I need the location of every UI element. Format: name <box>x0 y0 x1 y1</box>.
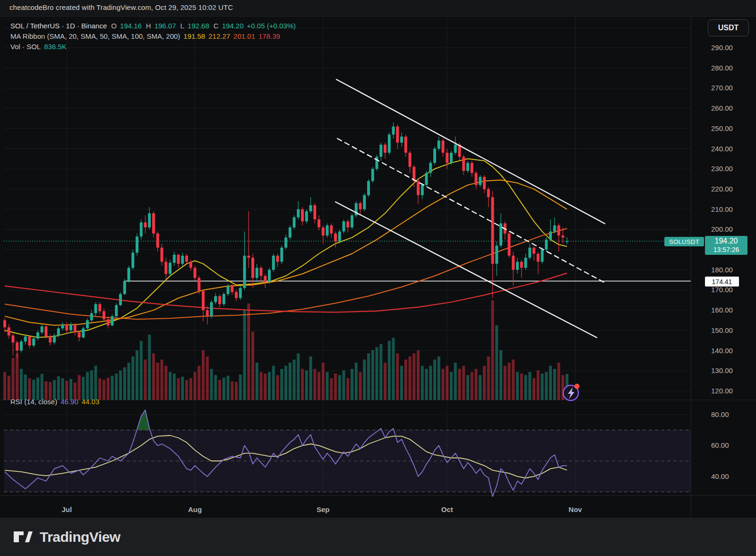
candle <box>379 145 382 157</box>
price-axis-label: 240.00 <box>711 145 733 153</box>
currency-toggle-button[interactable]: USDT <box>708 19 749 36</box>
candle <box>487 189 490 197</box>
candle <box>161 248 163 262</box>
volume-bar <box>32 380 35 400</box>
candle <box>8 327 10 335</box>
volume-bar <box>379 344 382 400</box>
rsi-value: 46.90 <box>60 398 78 406</box>
sma50-value: 212.27 <box>208 32 230 40</box>
volume-bar <box>164 366 167 400</box>
candle <box>32 339 35 346</box>
candle <box>429 163 432 173</box>
price-axis-label: 120.00 <box>711 387 733 395</box>
candle <box>351 215 353 227</box>
volume-bar <box>256 363 258 400</box>
volume-bar <box>429 366 432 400</box>
candle <box>438 140 440 148</box>
candle <box>400 137 403 143</box>
candle <box>223 294 225 304</box>
candle <box>466 163 469 171</box>
volume-bar <box>206 356 209 400</box>
symbol-legend-row[interactable]: SOL / TetherUS · 1D · Binance O 194.16 H… <box>10 22 296 30</box>
volume-bar <box>210 369 213 400</box>
candle <box>318 219 320 227</box>
high-value: 196.07 <box>155 22 176 30</box>
volume-bar <box>20 369 23 400</box>
candle <box>86 320 89 328</box>
high-label: H <box>146 22 151 30</box>
candle <box>508 234 511 256</box>
candle <box>214 296 217 302</box>
candle <box>111 316 114 325</box>
candle <box>450 153 453 163</box>
volume-bar <box>36 378 39 400</box>
candle <box>181 256 184 264</box>
volume-bar <box>384 363 387 400</box>
candle <box>12 335 15 342</box>
volume-bar <box>16 353 18 400</box>
volume-bar <box>446 366 448 400</box>
volume-bar <box>90 371 93 400</box>
volume-bar <box>115 374 118 400</box>
candle <box>210 302 213 316</box>
candle <box>45 326 48 336</box>
candle <box>78 332 81 338</box>
candle <box>90 313 93 321</box>
time-axis-label: Sep <box>317 505 330 513</box>
rsi-legend-row[interactable]: RSI (14, close) 46.90 44.03 <box>10 398 99 406</box>
candle <box>227 286 230 294</box>
candle <box>367 181 370 195</box>
candle <box>384 145 387 153</box>
volume-bar <box>326 372 329 400</box>
volume-bar <box>462 366 465 400</box>
candle <box>409 153 412 167</box>
price-axis-label: 280.00 <box>711 64 733 72</box>
volume-bar <box>123 367 126 400</box>
candle <box>512 256 515 270</box>
volume-bar <box>425 369 428 400</box>
volume-bar <box>499 350 502 400</box>
low-value: 192.68 <box>188 22 209 30</box>
candle <box>537 254 540 262</box>
candle <box>49 337 52 343</box>
candle <box>280 248 283 262</box>
candle <box>260 268 263 276</box>
candle <box>144 222 147 227</box>
candle <box>338 232 341 242</box>
volume-bar <box>181 377 184 400</box>
tradingview-brand-text: TradingView <box>40 529 120 545</box>
candle <box>553 226 556 232</box>
chart-canvas[interactable]: JulAugSepOctNov290.00280.00270.00260.002… <box>0 0 756 556</box>
volume-bar <box>338 375 341 400</box>
candle <box>98 304 101 311</box>
candle <box>454 145 457 153</box>
volume-bar <box>65 381 68 400</box>
candle <box>516 262 519 270</box>
volume-bar <box>309 356 312 400</box>
volume-bar <box>69 379 72 400</box>
candle <box>239 288 242 298</box>
volume-bar <box>367 353 370 400</box>
candle <box>20 341 23 350</box>
ma-ribbon-legend-row[interactable]: MA Ribbon (SMA, 20, SMA, 50, SMA, 100, S… <box>10 32 280 40</box>
symbol-title[interactable]: SOL / TetherUS · 1D · Binance <box>10 22 107 30</box>
ma-ribbon-label: MA Ribbon (SMA, 20, SMA, 50, SMA, 100, S… <box>10 32 180 40</box>
volume-label: Vol · SOL <box>10 43 41 51</box>
volume-bar <box>346 378 349 400</box>
volume-bar <box>202 350 205 400</box>
candle <box>268 270 271 282</box>
volume-legend-row[interactable]: Vol · SOL 836.5K <box>10 43 67 51</box>
volume-bar <box>82 377 85 400</box>
open-label: O <box>111 22 117 30</box>
time-axis-label: Nov <box>568 505 582 513</box>
candle <box>218 296 221 304</box>
volume-bar <box>487 356 490 400</box>
price-axis-label: 220.00 <box>711 185 733 193</box>
volume-bar <box>94 366 97 400</box>
volume-bar <box>131 356 134 400</box>
candle <box>363 195 366 209</box>
price-axis-label: 210.00 <box>711 205 733 213</box>
symbol-tag-text: SOLUSDT <box>669 238 699 245</box>
volume-bar <box>3 372 6 400</box>
tradingview-brand[interactable]: TradingView <box>12 528 120 547</box>
